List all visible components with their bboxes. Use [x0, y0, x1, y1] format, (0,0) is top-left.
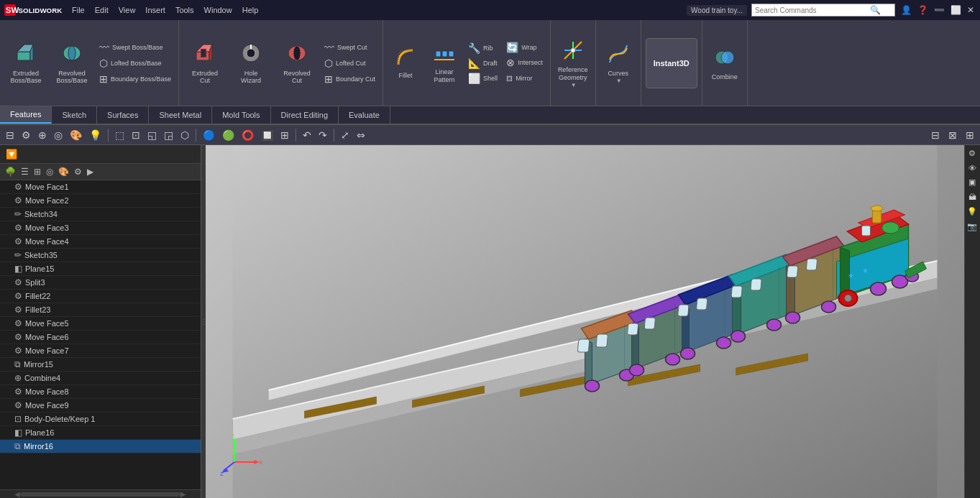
rp-scene[interactable]: 🏔	[967, 190, 979, 203]
menu-tools[interactable]: Tools	[171, 4, 198, 16]
maximize-icon[interactable]: ⬜	[949, 4, 963, 17]
stb-icon-6[interactable]: 💡	[86, 128, 104, 142]
stb-icon-18[interactable]: ↷	[316, 128, 330, 142]
stb-icon-8[interactable]: ⊡	[129, 128, 143, 142]
hscroll-track[interactable]	[20, 492, 180, 497]
stb-icon-12[interactable]: 🔵	[200, 128, 218, 142]
stb-icon-10[interactable]: ◲	[161, 128, 176, 142]
tab-sheet-metal[interactable]: Sheet Metal	[149, 106, 212, 124]
stb-icon-17[interactable]: ↶	[300, 128, 314, 142]
stb-icon-19[interactable]: ⤢	[338, 128, 352, 142]
tab-sketch[interactable]: Sketch	[52, 106, 97, 124]
stb-icon-20[interactable]: ⇔	[354, 128, 368, 142]
menu-help[interactable]: Help	[238, 4, 263, 16]
stb-icon-4[interactable]: ◎	[51, 128, 65, 142]
minimize-icon[interactable]: ➖	[933, 4, 946, 17]
3d-viewport[interactable]: ★ ★	[206, 145, 964, 498]
combine-button[interactable]: Combine	[707, 43, 743, 83]
stb-right-1[interactable]: ⊟	[928, 128, 943, 142]
stb-right-3[interactable]: ⊞	[963, 128, 977, 142]
mirror-button[interactable]: ⧈ Mirror	[503, 70, 546, 86]
stb-icon-2[interactable]: ⚙	[19, 128, 34, 142]
tree-item-10[interactable]: ⚙Fillet23	[0, 303, 201, 317]
stb-icon-16[interactable]: ⊞	[278, 128, 292, 142]
tab-evaluate[interactable]: Evaluate	[339, 106, 390, 124]
stb-icon-11[interactable]: ⬡	[178, 128, 192, 142]
stb-icon-3[interactable]: ⊕	[35, 128, 50, 142]
menu-window[interactable]: Window	[200, 4, 237, 16]
swept-cut-button[interactable]: 〰 Swept Cut	[321, 40, 378, 55]
rp-camera[interactable]: 📷	[966, 219, 979, 233]
search-bar[interactable]: 🔍	[751, 4, 895, 17]
fillet-button[interactable]: Fillet	[388, 45, 423, 81]
tree-item-4[interactable]: ⚙Move Face3	[0, 221, 201, 235]
swept-boss-base-button[interactable]: 〰 Swept Boss/Base	[96, 40, 174, 55]
stb-icon-14[interactable]: ⭕	[239, 128, 257, 142]
instant3d-button[interactable]: Instant3D	[646, 38, 697, 88]
boundary-cut-button[interactable]: ⊞ Boundary Cut	[321, 72, 378, 86]
menu-view[interactable]: View	[114, 4, 140, 16]
search-icon[interactable]: 🔍	[870, 5, 881, 15]
revolved-cut-button[interactable]: RevolvedCut	[275, 40, 319, 86]
stb-icon-7[interactable]: ⬚	[112, 128, 127, 142]
tree-item-7[interactable]: ◧Plane15	[0, 262, 201, 276]
close-icon[interactable]: ✕	[966, 4, 976, 17]
tree-item-14[interactable]: ⧉Mirror15	[0, 358, 201, 372]
horizontal-scrollbar[interactable]: ◀ ▶	[0, 489, 201, 498]
stb-icon-13[interactable]: 🟢	[219, 128, 237, 142]
pi-list[interactable]: ☰	[19, 165, 31, 178]
stb-icon-15[interactable]: 🔲	[258, 128, 276, 142]
extruded-boss-base-button[interactable]: ExtrudedBoss/Base	[4, 40, 47, 86]
pt-filter[interactable]: 🔽	[3, 147, 20, 161]
wrap-button[interactable]: 🔄 Wrap	[503, 40, 546, 55]
hscroll-right[interactable]: ▶	[180, 490, 186, 498]
tree-item-17[interactable]: ⚙Move Face9	[0, 399, 201, 412]
pi-tree[interactable]: 🌳	[3, 165, 18, 178]
search-input[interactable]	[755, 6, 870, 14]
tree-item-20[interactable]: ⧉Mirror16	[0, 440, 201, 453]
rp-light[interactable]: 💡	[966, 204, 979, 218]
hole-wizard-button[interactable]: HoleWizard	[229, 40, 273, 86]
hscroll-left[interactable]: ◀	[14, 490, 20, 498]
tree-item-5[interactable]: ⚙Move Face4	[0, 235, 201, 249]
tree-item-16[interactable]: ⚙Move Face8	[0, 385, 201, 399]
extruded-cut-button[interactable]: ExtrudedCut	[183, 40, 226, 86]
boundary-boss-base-button[interactable]: ⊞ Boundary Boss/Base	[96, 72, 174, 86]
intersect-button[interactable]: ⊗ Intersect	[503, 55, 546, 70]
tree-item-3[interactable]: ✏Sketch34	[0, 208, 201, 221]
stb-right-2[interactable]: ⊠	[945, 128, 960, 142]
linear-pattern-button[interactable]: LinearPattern	[426, 41, 462, 86]
menu-file[interactable]: File	[68, 4, 89, 16]
tree-item-2[interactable]: ⚙Move Face2	[0, 194, 201, 208]
stb-icon-5[interactable]: 🎨	[67, 128, 85, 142]
reference-geometry-button[interactable]: ReferenceGeometry ▼	[555, 36, 591, 90]
pi-more[interactable]: ▶	[85, 165, 96, 178]
tree-item-15[interactable]: ⊕Combine4	[0, 372, 201, 385]
tree-item-9[interactable]: ⚙Fillet22	[0, 290, 201, 303]
menu-insert[interactable]: Insert	[141, 4, 170, 16]
tab-mold-tools[interactable]: Mold Tools	[212, 106, 270, 124]
menu-edit[interactable]: Edit	[91, 4, 113, 16]
tree-item-19[interactable]: ◧Plane16	[0, 426, 201, 440]
stb-icon-9[interactable]: ◱	[145, 128, 160, 142]
tree-item-6[interactable]: ✏Sketch35	[0, 249, 201, 262]
question-icon[interactable]: ❓	[916, 4, 930, 17]
lofted-boss-base-button[interactable]: ⬡ Lofted Boss/Base	[96, 56, 174, 70]
tree-item-11[interactable]: ⚙Move Face5	[0, 317, 201, 331]
pi-orient[interactable]: ◎	[44, 165, 55, 178]
lofted-cut-button[interactable]: ⬡ Lofted Cut	[321, 56, 378, 70]
stb-icon-1[interactable]: ⊟	[3, 128, 17, 142]
tab-direct-editing[interactable]: Direct Editing	[271, 106, 339, 124]
draft-button[interactable]: 📐 Draft	[465, 56, 500, 70]
curves-button[interactable]: Curves ▼	[600, 40, 636, 86]
tab-surfaces[interactable]: Surfaces	[97, 106, 149, 124]
shell-button[interactable]: ⬜ Shell	[465, 71, 500, 86]
tree-item-1[interactable]: ⚙Move Face1	[0, 180, 201, 194]
user-icon[interactable]: 👤	[899, 4, 913, 17]
revolved-boss-base-button[interactable]: RevolvedBoss/Base	[50, 40, 93, 86]
pi-color[interactable]: 🎨	[56, 165, 71, 178]
tab-features[interactable]: Features	[0, 106, 52, 124]
pi-settings[interactable]: ⚙	[72, 165, 84, 178]
tree-item-12[interactable]: ⚙Move Face6	[0, 331, 201, 344]
rp-view[interactable]: 👁	[967, 162, 979, 174]
